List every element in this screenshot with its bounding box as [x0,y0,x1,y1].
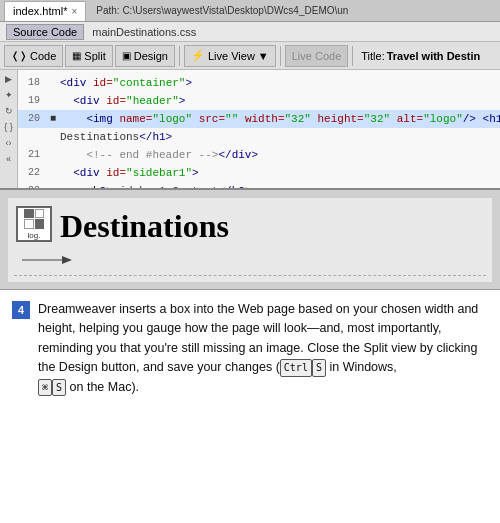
live-view-label: Live View [208,50,255,62]
tab-bar: index.html* × Path: C:\Users\waywestVist… [0,0,500,22]
code-line-18: 18 <div id="container"> [18,74,500,92]
toolbar-separator-1 [179,46,180,66]
live-view-button[interactable]: ⚡ Live View ▼ [184,45,276,67]
refresh-icon[interactable]: ↻ [5,106,13,116]
cmd-key: ⌘ [38,379,52,397]
logo-cell-3 [24,219,34,229]
file-tab[interactable]: index.html* × [4,1,86,21]
step-text-win: in Windows, [326,360,397,374]
code-line-22: 22 <div id="sidebar1"> [18,164,500,182]
code-line-21: 21 <!-- end #header --></div> [18,146,500,164]
logo-cell-1 [24,209,34,219]
file-tab-label: index.html* [13,5,67,17]
split-icon: ▦ [72,50,81,61]
design-inner: log. Destinations [8,198,492,282]
lightning-icon: ⚡ [191,49,205,62]
step-row: 4 Dreamweaver inserts a box into the Web… [12,300,488,397]
ctrl-key: Ctrl [280,359,312,377]
step-section: 4 Dreamweaver inserts a box into the Web… [0,290,500,407]
live-code-button: Live Code [285,45,349,67]
left-icons-panel: ▶ ✦ ↻ { } ‹› « [0,70,18,188]
pointer-icon[interactable]: ▶ [5,74,12,84]
step-text: Dreamweaver inserts a box into the Web p… [38,300,488,397]
title-value: Travel with Destin [387,50,481,62]
split-button-label: Split [84,50,105,62]
design-icon: ▣ [122,50,131,61]
live-code-label: Live Code [292,50,342,62]
toolbar: ❬❭ Code ▦ Split ▣ Design ⚡ Live View ▼ L… [0,42,500,70]
collapse-icon[interactable]: ‹› [6,138,12,148]
title-label: Title: [361,50,384,62]
destinations-heading: Destinations [60,208,229,245]
logo-box-grid [24,209,44,229]
path-text: Path: C:\Users\waywestVista\Desktop\DWcs… [96,5,348,16]
logo-label-text: log. [28,231,41,240]
code-line-20: 20 ■ <img name="logo" src="" width="32" … [18,110,500,128]
code-line-20b: Destinations</h1> [18,128,500,146]
s-key-win: S [312,359,326,377]
source-css-bar: Source Code mainDestinations.css [0,22,500,42]
toolbar-separator-3 [352,46,353,66]
code-panel: ▶ ✦ ↻ { } ‹› « 18 <div id="container"> 1… [0,70,500,190]
step-text-part1: Dreamweaver inserts a box into the Web p… [38,302,478,374]
step-text-mac: on the Mac). [66,380,139,394]
css-file-tab[interactable]: mainDestinations.css [92,26,196,38]
svg-marker-1 [62,256,72,264]
logo-placeholder: log. [16,206,52,242]
step-badge: 4 [12,301,30,319]
chevron-left-icon[interactable]: « [6,154,11,164]
toolbar-separator-2 [280,46,281,66]
design-button[interactable]: ▣ Design [115,45,175,67]
code-icon: ❬❭ [11,50,27,61]
source-code-label: Source Code [13,26,77,38]
logo-cell-4 [35,219,45,229]
logo-cell-2 [35,209,45,219]
split-button[interactable]: ▦ Split [65,45,112,67]
code-line-19: 19 <div id="header"> [18,92,500,110]
source-code-tab[interactable]: Source Code [6,24,84,40]
file-tab-close[interactable]: × [71,6,77,17]
design-panel: log. Destinations [0,190,500,290]
design-button-label: Design [134,50,168,62]
s-key-mac: S [52,379,66,397]
code-button-label: Code [30,50,56,62]
code-content: 18 <div id="container"> 19 <div id="head… [18,70,500,188]
star-icon[interactable]: ✦ [5,90,13,100]
arrow-line-svg [22,250,82,270]
dashed-line [14,275,486,276]
css-file-label: mainDestinations.css [92,26,196,38]
path-bar: Path: C:\Users\waywestVista\Desktop\DWcs… [86,5,496,16]
bracket-icon[interactable]: { } [4,122,13,132]
live-view-chevron: ▼ [258,50,269,62]
code-line-23: 23 <h3>sidebar1 Content</h3> [18,182,500,188]
code-button[interactable]: ❬❭ Code [4,45,63,67]
